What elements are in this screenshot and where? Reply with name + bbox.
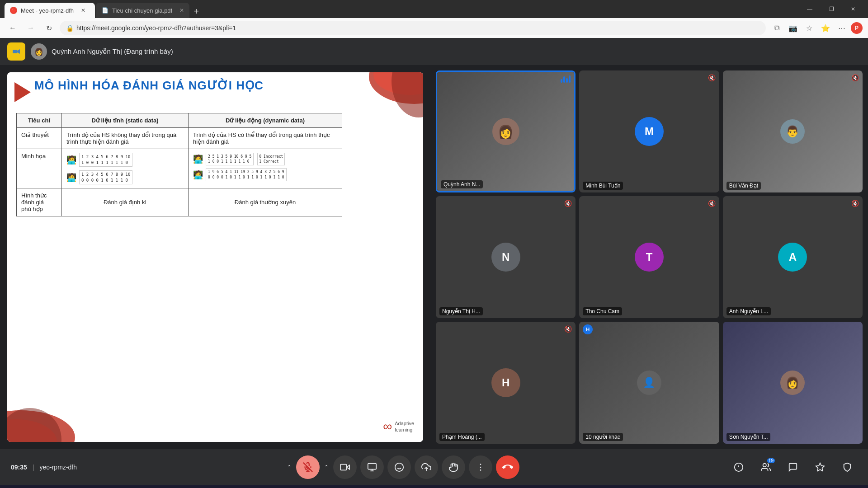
- present-button[interactable]: [360, 455, 384, 479]
- presenter-avatar: 👩: [31, 43, 47, 60]
- controls-center: ⌃ ⌃: [286, 455, 519, 479]
- presenter-name: Quỳnh Anh Nguyễn Thị (Đang trình bày): [52, 47, 173, 56]
- participant-tile-pham[interactable]: H Phạm Hoàng (... 🔇: [436, 322, 576, 444]
- participant-tile-son[interactable]: 👩 Sơn Nguyễn T...: [723, 322, 863, 444]
- participant-avatar-quynhanh: 👩: [492, 118, 519, 145]
- controls-right: 19: [729, 457, 857, 477]
- svg-rect-10: [340, 465, 347, 470]
- participant-tile-quynhanh[interactable]: 👩 Quỳnh Anh N...: [436, 70, 576, 192]
- adaptive-logo-text: Adaptivelearning: [395, 420, 414, 433]
- collections-icon[interactable]: ⭐: [818, 21, 833, 35]
- mute-icon-minh: 🔇: [708, 74, 716, 81]
- mic-expand-button[interactable]: ⌃: [286, 464, 292, 470]
- bookmark-icon[interactable]: ☆: [802, 21, 816, 35]
- maximize-button[interactable]: ❐: [821, 0, 842, 18]
- meet-body: MÔ HÌNH HÓA ĐÁNH GIÁ NGƯỜI HỌC Tiêu chí …: [0, 65, 868, 449]
- adaptive-logo: ∞ Adaptivelearning: [383, 419, 414, 434]
- back-button[interactable]: ←: [5, 21, 20, 35]
- participant-tile-minh[interactable]: M Minh Bùi Tuấn 🔇: [579, 70, 719, 192]
- col-criteria-header: Tiêu chí: [17, 113, 62, 128]
- participant-avatar-pham: H: [491, 368, 520, 397]
- tab-pdf[interactable]: 📄 Tieu chi chuyen gia.pdf ✕: [96, 3, 189, 18]
- window-controls: — ❐ ✕: [799, 0, 863, 18]
- more-button[interactable]: ⋯: [835, 21, 849, 35]
- cell-dynamic-1: Trình độ của HS có thể thay đổi trong qu…: [189, 128, 342, 149]
- slide-area: MÔ HÌNH HÓA ĐÁNH GIÁ NGƯỜI HỌC Tiêu chí …: [7, 72, 423, 442]
- svg-point-3: [392, 72, 423, 117]
- address-text: https://meet.google.com/yeo-rpmz-dfh?aut…: [76, 24, 236, 32]
- tab-meet[interactable]: 🔴 Meet - yeo-rpmz-dfh ✕: [5, 3, 95, 18]
- slide-title: MÔ HÌNH HÓA ĐÁNH GIÁ NGƯỜI HỌC: [34, 79, 264, 93]
- meet-controls: 09:35 | yeo-rpmz-dfh ⌃ ⌃: [0, 449, 868, 485]
- cell-criteria-3: Hình thứcđánh giáphù hợp: [17, 188, 62, 216]
- forward-button[interactable]: →: [24, 21, 38, 35]
- tab1-close[interactable]: ✕: [81, 7, 85, 14]
- minimize-button[interactable]: —: [799, 0, 820, 18]
- participant-name-minh: Minh Bùi Tuấn: [583, 182, 623, 190]
- emoji-button[interactable]: [387, 455, 411, 479]
- mic-toggle-button[interactable]: [296, 455, 320, 479]
- address-bar[interactable]: 🔒 https://meet.google.com/yeo-rpmz-dfh?a…: [60, 21, 766, 35]
- cell-criteria-2: Minh họa: [17, 149, 62, 188]
- participant-avatar-son: 👩: [780, 371, 805, 395]
- more-options-button[interactable]: [469, 455, 492, 479]
- pip-icon[interactable]: ⧉: [769, 21, 784, 35]
- controls-left: 09:35 | yeo-rpmz-dfh: [11, 464, 77, 471]
- cell-dynamic-3: Đánh giá thường xuyên: [189, 188, 342, 216]
- col-dynamic-header: Dữ liệu động (dynamic data): [189, 113, 342, 128]
- profile-avatar[interactable]: P: [851, 22, 863, 34]
- share-screen-button[interactable]: [415, 455, 438, 479]
- cell-static-1: Trình độ của HS không thay đổi trong quá…: [62, 128, 189, 149]
- taskbar: Tìm kiếm 🏠 📁: [0, 485, 868, 488]
- raise-hand-button[interactable]: [442, 455, 465, 479]
- browser-titlebar: 🔴 Meet - yeo-rpmz-dfh ✕ 📄 Tieu chi chuye…: [0, 0, 868, 18]
- cell-dynamic-2: 🧑‍💻 2 5 1 3 5 9 10 6 9 5 1 0 0 1 1 1 1 1…: [189, 149, 342, 188]
- toolbar-actions: ⧉ 📷 ☆ ⭐ ⋯ P: [769, 21, 863, 35]
- svg-point-18: [480, 464, 481, 465]
- browser-chrome: 🔴 Meet - yeo-rpmz-dfh ✕ 📄 Tieu chi chuye…: [0, 0, 868, 38]
- speaking-indicator-quynhanh: [561, 75, 571, 83]
- participant-name-son: Sơn Nguyễn T...: [726, 433, 771, 441]
- participant-video-son: 👩: [723, 322, 863, 444]
- mute-icon-dat: 🔇: [851, 74, 859, 81]
- participant-tile-tho[interactable]: T Tho Chu Cam 🔇: [579, 196, 719, 318]
- lock-icon: 🔒: [66, 24, 74, 32]
- others-count-badge: H: [583, 324, 593, 334]
- table-row-illustration: Minh họa 🧑‍💻 1 2 3 4 5 6 7 8 9 10 1 0 0 …: [17, 149, 342, 188]
- tab1-title: Meet - yeo-rpmz-dfh: [21, 7, 74, 14]
- browser-toolbar: ← → ↻ 🔒 https://meet.google.com/yeo-rpmz…: [0, 18, 868, 38]
- tab2-close[interactable]: ✕: [179, 7, 184, 14]
- new-tab-button[interactable]: +: [189, 5, 203, 18]
- time-divider: |: [33, 464, 34, 471]
- participant-tile-dat[interactable]: 👨 Bùi Văn Đạt 🔇: [723, 70, 863, 192]
- meet-header: 👩 Quỳnh Anh Nguyễn Thị (Đang trình bày): [0, 38, 868, 65]
- screenshot-icon[interactable]: 📷: [786, 21, 800, 35]
- participant-tile-anh[interactable]: A Anh Nguyễn L... 🔇: [723, 196, 863, 318]
- reload-button[interactable]: ↻: [42, 21, 56, 35]
- chat-button[interactable]: [783, 457, 803, 477]
- bar3: [566, 78, 568, 83]
- participant-avatar-anh: A: [778, 243, 807, 272]
- bar1: [561, 79, 562, 83]
- participant-name-tho: Tho Chu Cam: [583, 307, 622, 315]
- svg-point-24: [763, 464, 766, 467]
- participant-avatar-nguyenth: N: [491, 243, 520, 272]
- activities-button[interactable]: [810, 457, 830, 477]
- svg-rect-11: [368, 464, 376, 469]
- meeting-time: 09:35: [11, 464, 27, 471]
- end-call-button[interactable]: [496, 455, 519, 479]
- close-button[interactable]: ✕: [843, 0, 863, 18]
- people-button[interactable]: 19: [756, 457, 776, 477]
- participant-tile-nguyenth[interactable]: N Nguyễn Thị H... 🔇: [436, 196, 576, 318]
- participant-avatar-tho: T: [635, 243, 664, 272]
- cam-expand-button[interactable]: ⌃: [323, 464, 330, 470]
- participant-name-dat: Bùi Văn Đạt: [726, 182, 761, 190]
- tab2-favicon: 📄: [101, 7, 108, 14]
- info-button[interactable]: [729, 457, 749, 477]
- safety-button[interactable]: [837, 457, 857, 477]
- bar4: [569, 75, 571, 83]
- presenter-info: 👩 Quỳnh Anh Nguyễn Thị (Đang trình bày): [31, 43, 173, 60]
- cam-toggle-button[interactable]: [333, 455, 357, 479]
- participant-tile-others[interactable]: 👤 H 10 người khác: [579, 322, 719, 444]
- participant-video-quynhanh: 👩: [437, 72, 574, 191]
